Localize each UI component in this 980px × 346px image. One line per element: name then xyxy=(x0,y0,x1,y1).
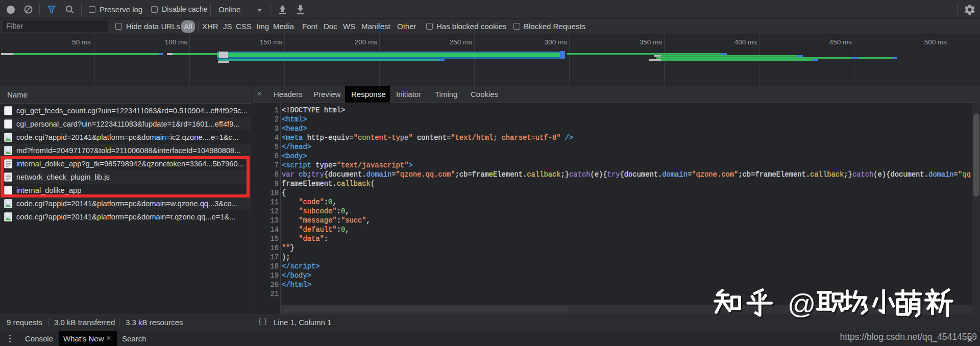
svg-text:@: @ xyxy=(788,288,816,319)
